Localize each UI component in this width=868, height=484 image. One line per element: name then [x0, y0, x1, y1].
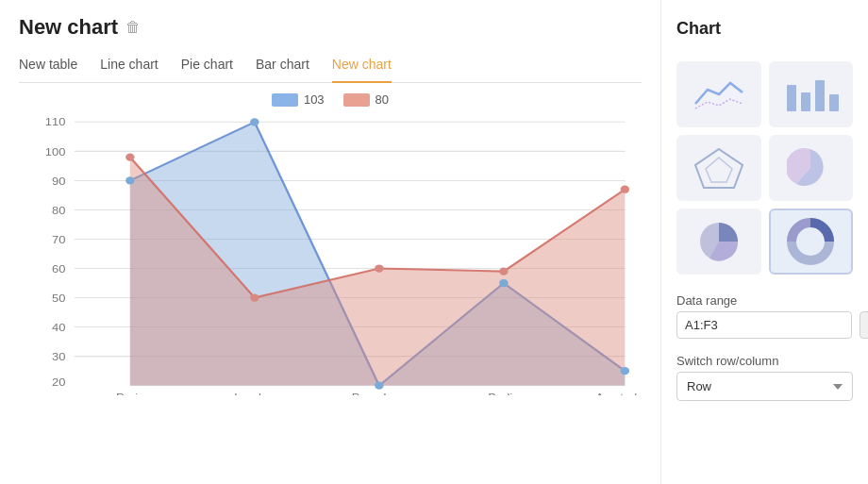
legend-value-2: 80 — [376, 92, 389, 107]
chart-type-line[interactable] — [676, 61, 761, 127]
svg-text:Amstedam: Amstedam — [595, 392, 642, 395]
chart-type-pie-full[interactable] — [676, 209, 761, 275]
data-range-section: Data range Change — [676, 290, 853, 339]
switch-section: Switch row/column Row Column — [676, 354, 853, 401]
chart-type-pie-partial[interactable] — [769, 135, 854, 201]
data-range-input[interactable] — [676, 311, 852, 339]
chart-canvas: 110 100 90 80 70 60 50 40 30 20 — [19, 112, 642, 414]
tab-bar-chart[interactable]: Bar chart — [256, 57, 309, 83]
legend-box-red — [343, 93, 370, 107]
svg-text:40: 40 — [52, 321, 66, 333]
chart-type-grid — [676, 61, 853, 275]
svg-text:90: 90 — [52, 175, 66, 187]
svg-text:Barcelona: Barcelona — [352, 392, 408, 395]
tab-line-chart[interactable]: Line chart — [100, 57, 158, 83]
dot-s2-london — [250, 293, 259, 301]
legend-box-blue — [272, 93, 298, 107]
svg-text:70: 70 — [52, 233, 66, 245]
svg-text:100: 100 — [45, 145, 66, 158]
page-title: New chart — [19, 15, 118, 40]
sidebar: Chart — [660, 0, 868, 484]
trash-icon[interactable]: 🗑 — [125, 19, 141, 36]
svg-marker-29 — [706, 158, 732, 182]
chart-legend: 103 80 — [19, 92, 642, 107]
svg-text:London: London — [234, 392, 275, 395]
svg-text:110: 110 — [45, 116, 66, 128]
svg-rect-26 — [815, 80, 825, 111]
sidebar-title: Chart — [676, 19, 853, 39]
svg-text:80: 80 — [52, 204, 66, 216]
change-button[interactable]: Change — [860, 311, 868, 339]
data-range-row: Change — [676, 311, 853, 339]
legend-series2: 80 — [343, 92, 389, 107]
svg-rect-24 — [787, 85, 796, 111]
svg-text:30: 30 — [52, 350, 66, 362]
area-chart-svg: 110 100 90 80 70 60 50 40 30 20 — [19, 112, 642, 395]
chart-area: 103 80 110 100 — [19, 83, 642, 469]
data-range-label: Data range — [676, 293, 853, 308]
dot-s1-amstedam — [621, 367, 629, 375]
dot-s1-barcelona — [375, 382, 383, 390]
legend-series1: 103 — [272, 92, 325, 107]
dot-s2-amstedam — [621, 186, 629, 193]
svg-rect-27 — [829, 94, 839, 111]
switch-row-column-label: Switch row/column — [676, 354, 853, 368]
tab-pie-chart[interactable]: Pie chart — [181, 57, 233, 83]
legend-value-1: 103 — [304, 92, 325, 107]
dot-s2-barcelona — [375, 264, 383, 272]
chart-type-polygon[interactable] — [676, 135, 761, 201]
main-content: New chart 🗑 New table Line chart Pie cha… — [0, 0, 660, 484]
row-column-select[interactable]: Row Column — [676, 372, 853, 401]
tabs-bar: New table Line chart Pie chart Bar chart… — [19, 57, 642, 83]
page-header: New chart 🗑 — [19, 15, 642, 40]
svg-text:Paris: Paris — [116, 392, 144, 395]
svg-text:Berlin: Berlin — [488, 392, 519, 395]
chart-type-donut[interactable] — [769, 209, 854, 275]
svg-text:20: 20 — [52, 376, 66, 388]
svg-text:60: 60 — [52, 262, 66, 275]
tab-new-chart[interactable]: New chart — [332, 57, 392, 83]
dot-s1-paris — [125, 176, 134, 184]
tab-new-table[interactable]: New table — [19, 57, 77, 83]
dot-s2-paris — [125, 153, 134, 160]
dot-s1-berlin — [499, 279, 508, 287]
chart-type-bar[interactable] — [769, 61, 854, 127]
dot-s2-berlin — [499, 267, 508, 275]
dot-s1-london — [250, 118, 259, 125]
svg-text:50: 50 — [52, 292, 66, 304]
svg-rect-25 — [801, 92, 810, 111]
